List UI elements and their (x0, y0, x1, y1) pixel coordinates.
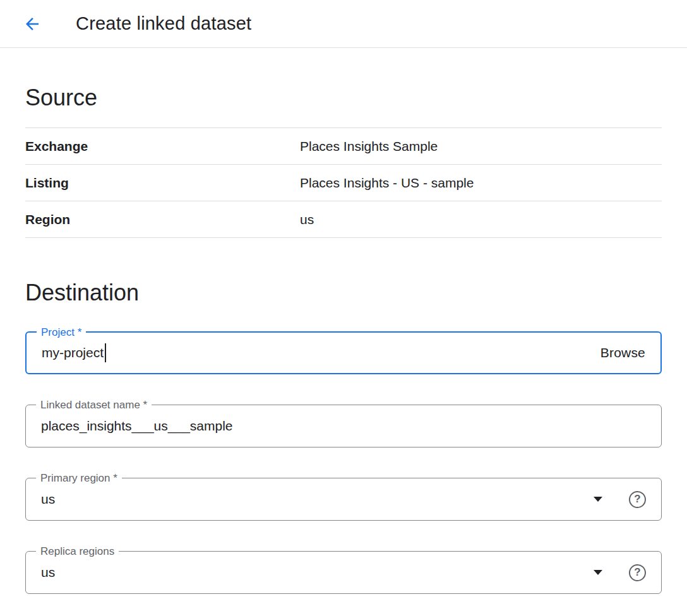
back-button[interactable] (21, 13, 43, 35)
replica-regions-label: Replica regions (36, 545, 119, 558)
row-label: Exchange (25, 139, 300, 154)
browse-button[interactable]: Browse (600, 345, 645, 360)
help-icon[interactable]: ? (629, 564, 646, 581)
destination-form: Project * my-project Browse Linked datas… (25, 331, 662, 594)
project-input-value: my-project (42, 345, 104, 360)
linked-dataset-name-value: places_insights___us___sample (41, 418, 233, 434)
source-heading: Source (25, 83, 662, 112)
row-value: Places Insights Sample (300, 139, 438, 154)
table-row-exchange: Exchange Places Insights Sample (25, 128, 662, 165)
replica-regions-select[interactable]: Replica regions us ? (25, 551, 662, 594)
project-field-label: Project * (37, 326, 86, 339)
primary-region-select[interactable]: Primary region * us ? (25, 478, 662, 521)
text-cursor (105, 343, 106, 362)
replica-regions-value: us (41, 565, 55, 580)
row-label: Listing (25, 175, 300, 191)
project-field[interactable]: Project * my-project Browse (25, 331, 662, 374)
primary-region-label: Primary region * (36, 472, 122, 485)
table-row-listing: Listing Places Insights - US - sample (25, 165, 662, 201)
linked-dataset-name-label: Linked dataset name * (36, 399, 152, 412)
page-title: Create linked dataset (76, 13, 251, 34)
linked-dataset-name-field[interactable]: Linked dataset name * places_insights___… (25, 405, 662, 447)
caret-down-icon[interactable] (594, 570, 602, 575)
main-content: Source Exchange Places Insights Sample L… (0, 83, 687, 594)
row-value: us (300, 212, 314, 227)
help-icon[interactable]: ? (629, 491, 646, 508)
row-label: Region (25, 212, 300, 227)
destination-heading: Destination (25, 278, 662, 307)
arrow-back-icon (23, 15, 42, 33)
caret-down-icon[interactable] (594, 497, 602, 502)
primary-region-value: us (41, 492, 55, 507)
source-table: Exchange Places Insights Sample Listing … (25, 127, 662, 238)
header: Create linked dataset (0, 0, 687, 48)
table-row-region: Region us (25, 201, 662, 238)
row-value: Places Insights - US - sample (300, 175, 474, 191)
